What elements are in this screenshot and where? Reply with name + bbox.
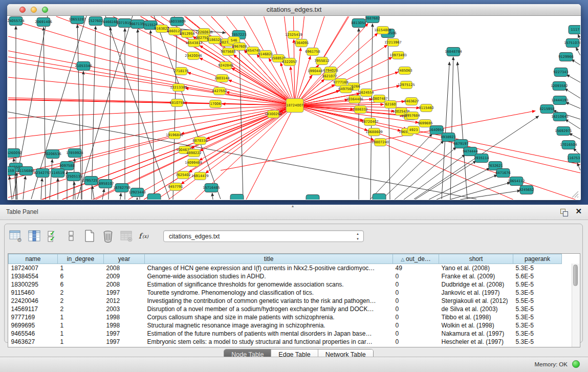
table-cell[interactable]: 1 [58, 313, 104, 321]
network-node[interactable]: 8215958 [539, 105, 554, 114]
network-node[interactable]: 19196840 [166, 132, 183, 139]
network-node[interactable]: 17859924 [66, 149, 83, 158]
table-cell[interactable]: 9699695 [9, 321, 58, 330]
network-node[interactable]: 7886332 [353, 106, 367, 114]
network-node[interactable]: 16033809 [168, 17, 186, 26]
table-cell[interactable]: Stergiakouli et al. (2012) [439, 297, 513, 305]
table-cell[interactable]: 0 [393, 297, 439, 305]
table-row[interactable]: 977716911998Corpus callosum shape and si… [9, 313, 562, 321]
table-cell[interactable]: Corpus callosum shape and size in male p… [145, 313, 393, 321]
network-node[interactable]: 8878334 [192, 137, 207, 145]
black-edge[interactable] [567, 75, 580, 82]
table-cell[interactable]: 18724007 [9, 264, 58, 273]
table-cell[interactable]: Investigating the contribution of common… [145, 297, 393, 305]
network-node[interactable]: 6322057 [282, 58, 297, 66]
network-node[interactable]: 15716485 [203, 184, 220, 192]
black-edge[interactable] [415, 161, 476, 200]
network-node[interactable]: 10654112 [508, 177, 525, 186]
network-node[interactable]: 39159 [8, 167, 15, 176]
red-edge[interactable] [8, 61, 179, 87]
table-row[interactable]: 1872400712008Changes of HCN gene express… [9, 264, 562, 273]
table-cell[interactable]: 49 [393, 264, 439, 273]
black-edge[interactable] [41, 178, 42, 200]
black-edge[interactable] [458, 62, 467, 199]
table-cell[interactable]: 0 [393, 321, 439, 330]
network-node[interactable]: 9463627 [404, 98, 419, 105]
red-edge[interactable] [8, 77, 295, 105]
network-node[interactable]: 6679197 [453, 140, 468, 148]
column-header-year[interactable]: year [104, 254, 145, 264]
column-header-out_de[interactable]: △out_de… [393, 254, 439, 264]
network-node[interactable]: 1117 [569, 26, 580, 34]
table-cell[interactable]: 1998 [104, 313, 145, 321]
black-edge[interactable] [460, 190, 520, 200]
table-cell[interactable]: 9777169 [9, 313, 58, 321]
table-row[interactable]: 946362711997Embryonic stem cells: a mode… [9, 338, 562, 346]
column-header-short[interactable]: short [439, 254, 513, 264]
red-edge[interactable] [294, 39, 295, 105]
table-cell[interactable]: Hescheler et al. (1997) [439, 338, 513, 346]
network-node[interactable]: 4923 [408, 126, 420, 134]
network-node[interactable]: 2687682 [365, 16, 380, 23]
table-row[interactable]: 1830029562008Estimation of significance … [9, 280, 562, 289]
table-cell[interactable]: Structural magnetic resonance image aver… [145, 321, 393, 330]
table-cell[interactable]: 9115460 [9, 289, 58, 297]
network-node[interactable]: 16914479 [191, 172, 209, 180]
table-cell[interactable]: 1997 [104, 330, 145, 338]
column-header-in_degree[interactable]: in_degree [58, 254, 104, 264]
network-node[interactable]: 7955812 [314, 57, 329, 65]
table-cell[interactable]: Franke et al. (2009) [439, 272, 513, 280]
table-cell[interactable]: 14569117 [9, 305, 58, 313]
table-cell[interactable]: 1997 [104, 338, 145, 346]
table-cell[interactable]: 22420046 [9, 297, 58, 305]
network-node[interactable]: 12093582 [551, 82, 568, 91]
column-header-name[interactable]: name [9, 254, 58, 264]
table-cell[interactable]: 5.3E-5 [513, 321, 562, 330]
table-cell[interactable]: Genome-wide association studies in ADHD. [145, 272, 393, 280]
black-edge[interactable] [576, 47, 580, 55]
black-edge[interactable] [9, 176, 12, 200]
network-node[interactable]: 1167531 [567, 154, 580, 163]
red-edge[interactable] [413, 130, 580, 164]
network-node[interactable]: 20364486 [346, 96, 363, 103]
black-edge[interactable] [565, 102, 580, 108]
splitter-handle[interactable]: ▴ [292, 205, 294, 208]
network-node[interactable]: 8938923 [441, 133, 455, 142]
network-node[interactable]: 9957684 [405, 112, 420, 120]
network-node[interactable]: 9129966 [558, 53, 573, 61]
table-cell[interactable]: 5.3E-5 [513, 338, 562, 346]
table-cell[interactable]: 5.6E-5 [513, 272, 562, 280]
network-node[interactable]: 25260050 [8, 149, 22, 158]
table-cell[interactable]: 0 [393, 305, 439, 313]
network-node[interactable]: 16210643 [551, 113, 569, 121]
network-node[interactable]: 7485063 [397, 67, 412, 75]
red-edge[interactable] [200, 58, 295, 105]
column-header-title[interactable]: title [145, 254, 393, 264]
memory-indicator-icon[interactable] [572, 360, 580, 368]
network-node[interactable]: 1990448 [308, 68, 322, 75]
table-cell[interactable]: 0 [393, 280, 439, 289]
column-visibility-icon[interactable] [27, 229, 41, 243]
network-node[interactable]: 12325419 [285, 31, 302, 39]
table-cell[interactable]: 2008 [104, 280, 145, 289]
table-cell[interactable]: Changes of HCN gene expression and I(f) … [145, 264, 393, 273]
table-cell[interactable]: 2003 [104, 305, 145, 313]
network-node[interactable]: 9457791 [168, 183, 183, 191]
red-edge[interactable] [380, 142, 513, 200]
table-cell[interactable]: Embryonic stem cells: a model to study s… [145, 338, 393, 346]
black-edge[interactable] [50, 159, 52, 200]
network-node[interactable]: 16958107 [97, 180, 114, 188]
table-row[interactable]: 911546021997Tourette syndrome. Phenomeno… [9, 289, 562, 297]
table-cell[interactable]: 1998 [104, 321, 145, 330]
network-node[interactable]: 16848784 [445, 48, 462, 56]
table-cell[interactable]: 5.3E-5 [513, 305, 562, 313]
network-node[interactable]: 10653287 [69, 16, 86, 24]
network-node[interactable]: 17016504 [560, 141, 577, 149]
table-cell[interactable]: 5.3E-5 [513, 313, 562, 321]
network-node[interactable]: 7625402 [176, 171, 190, 179]
table-cell[interactable]: Disruption of a novel member of a sodium… [145, 305, 393, 313]
table-selector-dropdown[interactable]: citations_edges.txt ▲▼ [163, 230, 364, 242]
hub-node[interactable]: 18724007 [286, 99, 303, 113]
network-node[interactable]: 11156869 [17, 167, 35, 176]
table-cell[interactable]: 0 [393, 330, 439, 338]
